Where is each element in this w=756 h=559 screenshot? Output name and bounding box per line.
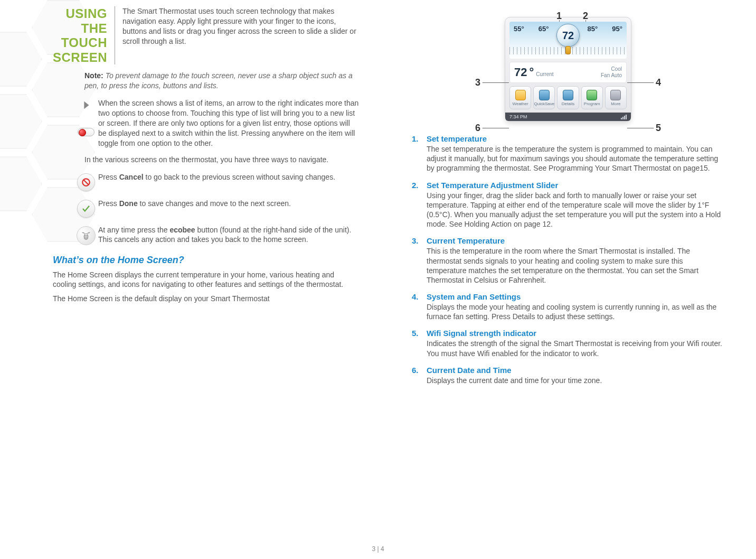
home-screen-p1: The Home Screen displays the current tem… [53, 270, 359, 290]
item-body: Displays the mode your heating and cooli… [427, 302, 724, 321]
more-icon [610, 90, 621, 100]
list-navigation-paragraph: When the screen shows a list of items, a… [98, 98, 359, 148]
toggle-switch-icon [78, 128, 94, 136]
weather-icon [515, 90, 526, 100]
program-button[interactable]: Program [581, 86, 603, 109]
callout-6: 6 [475, 123, 480, 134]
weather-button[interactable]: Weather [509, 86, 531, 109]
section-heading: USING THE TOUCH SCREEN [53, 6, 115, 64]
section-heading-line2: TOUCH SCREEN [53, 35, 107, 64]
note-label: Note: [84, 71, 103, 80]
home-screen-subheading: What’s on the Home Screen? [53, 255, 359, 266]
details-icon [563, 90, 573, 100]
section-heading-line1: USING THE [53, 6, 107, 35]
current-temperature: 72° Current [514, 66, 554, 79]
more-button[interactable]: More [605, 86, 627, 109]
list-item: 2. Set Temperature Adjustment Slider Usi… [412, 181, 724, 229]
list-item: 3. Current Temperature This is the tempe… [412, 236, 724, 285]
done-paragraph: Press Done to save changes and move to t… [98, 199, 359, 209]
page-number: 3 | 4 [372, 545, 384, 553]
details-button[interactable]: Details [557, 86, 579, 109]
svg-line-1 [84, 180, 89, 184]
item-body: Displays the current date and time for y… [427, 376, 724, 385]
temperature-slider[interactable]: 55° 65° 85° 95° 72 [509, 22, 627, 59]
slider-handle[interactable] [565, 46, 571, 54]
three-ways-paragraph: In the various screens on the thermostat… [84, 155, 359, 165]
item-title: Wifi Signal strength indicator [427, 329, 724, 338]
system-fan-settings: Cool Fan Auto [601, 66, 622, 79]
home-screen-p2: The Home Screen is the default display o… [53, 294, 359, 304]
item-body: The set temperature is the temperature t… [427, 144, 724, 173]
item-title: Set Temperature Adjustment Slider [427, 181, 724, 190]
callout-list: 1. Set temperature The set temperature i… [412, 134, 724, 385]
quicksave-icon [539, 90, 550, 100]
current-time: 7:34 PM [509, 114, 527, 119]
done-icon [77, 200, 95, 218]
item-body: Indicates the strength of the signal the… [427, 339, 724, 358]
callout-3: 3 [475, 77, 480, 88]
list-item: 5. Wifi Signal strength indicator Indica… [412, 329, 724, 358]
scale-tick: 85° [588, 25, 598, 33]
list-item: 4. System and Fan Settings Displays the … [412, 292, 724, 321]
item-title: System and Fan Settings [427, 292, 724, 301]
wifi-signal-icon [621, 115, 627, 119]
callout-4: 4 [656, 77, 661, 88]
callout-5: 5 [656, 123, 661, 134]
quicksave-button[interactable]: QuickSave [533, 86, 555, 109]
item-body: This is the temperature in the room wher… [427, 246, 724, 285]
thermostat-diagram: 1 2 3 4 5 6 55° 65° 85° 95° 72 [494, 17, 642, 122]
thermostat-device: 55° 65° 85° 95° 72 72° Current Cool Fan [505, 17, 631, 122]
program-icon [587, 90, 597, 100]
item-title: Set temperature [427, 134, 724, 143]
cancel-paragraph: Press Cancel to go back to the previous … [98, 172, 359, 182]
list-item: 6. Current Date and Time Displays the cu… [412, 366, 724, 385]
note-text: To prevent damage to the touch screen, n… [84, 71, 353, 90]
item-title: Current Date and Time [427, 366, 724, 375]
ecobee-paragraph: At any time press the ecobee button (fou… [98, 225, 359, 245]
ecobee-icon [77, 226, 96, 245]
scale-tick: 95° [612, 25, 622, 33]
list-item: 1. Set temperature The set temperature i… [412, 134, 724, 173]
cancel-icon [77, 173, 95, 191]
item-title: Current Temperature [427, 236, 724, 245]
chevron-right-icon [80, 99, 92, 111]
set-temperature-bubble[interactable]: 72 [556, 24, 580, 47]
scale-tick: 55° [514, 25, 524, 33]
note-paragraph: Note: To prevent damage to the touch scr… [84, 71, 359, 91]
intro-paragraph: The Smart Thermostat uses touch screen t… [115, 6, 359, 46]
scale-tick: 65° [538, 25, 549, 33]
item-body: Using your finger, drag the slider back … [427, 191, 724, 229]
